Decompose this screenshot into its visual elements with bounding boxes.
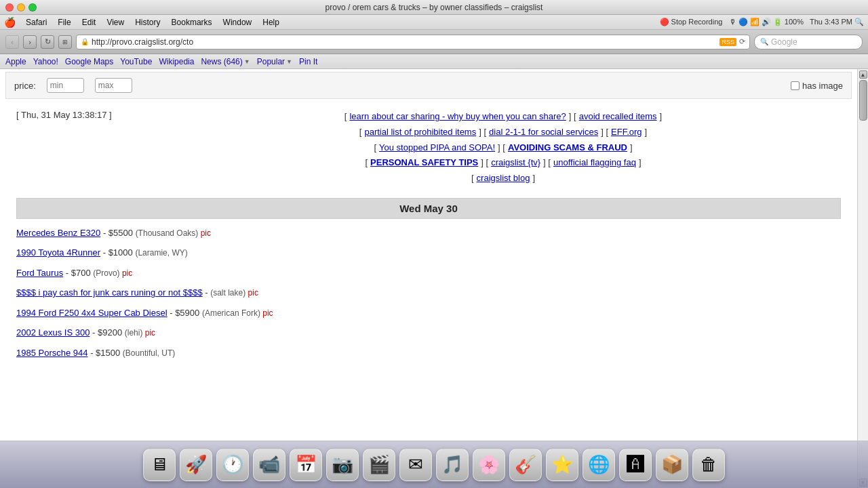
back-button[interactable]: ‹ bbox=[5, 35, 19, 49]
bookmark-popular[interactable]: Popular ▼ bbox=[257, 57, 292, 66]
bookmark-apple[interactable]: Apple bbox=[5, 57, 26, 66]
dock-mail[interactable]: ✉ bbox=[399, 449, 432, 481]
filters-section: price: has image bbox=[5, 72, 852, 99]
has-image-filter[interactable]: has image bbox=[791, 81, 843, 91]
url-bar[interactable]: 🔒 http://provo.craigslist.org/cto RSS ⟳ bbox=[76, 35, 750, 49]
menu-history[interactable]: History bbox=[130, 17, 165, 28]
dial-211-link[interactable]: dial 2-1-1 for social services bbox=[489, 125, 598, 140]
listing-location-4: (American Fork) bbox=[202, 308, 262, 318]
status-info: 🔴 Stop Recording 🎙 🔵 📶 🔊 🔋 100% Thu 3:43… bbox=[660, 18, 864, 26]
prohibited-items-link[interactable]: partial list of prohibited items bbox=[364, 125, 476, 140]
flagging-faq-link[interactable]: unofficial flagging faq bbox=[553, 156, 636, 170]
listing-pic-4[interactable]: pic bbox=[262, 308, 273, 318]
menu-bar-right: 🔴 Stop Recording 🎙 🔵 📶 🔊 🔋 100% Thu 3:43… bbox=[660, 18, 864, 26]
bookmark-pinit[interactable]: Pin It bbox=[299, 57, 317, 66]
menu-bookmarks[interactable]: Bookmarks bbox=[167, 17, 217, 28]
bookmark-googlemaps[interactable]: Google Maps bbox=[65, 57, 113, 66]
dock-quicktime[interactable]: 🎬 bbox=[363, 449, 395, 481]
reload-button[interactable]: ↻ bbox=[41, 35, 54, 49]
pipa-sopa-link[interactable]: You stopped PIPA and SOPA! bbox=[379, 141, 495, 155]
tabs-button[interactable]: ⊞ bbox=[58, 35, 72, 49]
traffic-lights bbox=[5, 3, 37, 12]
craigslist-blog-link[interactable]: craigslist blog bbox=[477, 171, 530, 186]
dock-iphoto[interactable]: 🌸 bbox=[473, 449, 505, 481]
bracket-close-3: ] bbox=[630, 141, 633, 155]
listing-pic-2[interactable]: pic bbox=[122, 268, 132, 278]
menu-file[interactable]: File bbox=[53, 17, 75, 28]
menu-safari[interactable]: Safari bbox=[21, 17, 52, 28]
popular-arrow-icon: ▼ bbox=[286, 58, 292, 65]
car-sharing-link[interactable]: learn about car sharing - why buy when y… bbox=[349, 110, 566, 124]
date-header: Wed May 30 bbox=[16, 198, 841, 219]
menu-help[interactable]: Help bbox=[258, 17, 284, 28]
link-row-3: [ You stopped PIPA and SOPA! ] [ AVOIDIN… bbox=[374, 141, 632, 155]
listing-title-3[interactable]: $$$$ i pay cash for junk cars runing or … bbox=[16, 287, 203, 298]
dock: 🖥 🚀 🕐 📹 📅 📷 🎬 ✉ 🎵 🌸 🎸 ⭐ 🌐 🅰 📦 🗑 bbox=[0, 441, 868, 488]
personal-safety-link[interactable]: PERSONAL SAFETY TIPS bbox=[370, 156, 478, 170]
dock-launchpad[interactable]: 🚀 bbox=[180, 449, 212, 481]
forward-button[interactable]: › bbox=[23, 35, 37, 49]
dock-stacks[interactable]: 📦 bbox=[656, 449, 688, 481]
has-image-checkbox[interactable] bbox=[791, 81, 800, 90]
listing-pic-3[interactable]: pic bbox=[248, 288, 258, 298]
avoid-recalled-link[interactable]: avoid recalled items bbox=[579, 110, 657, 124]
bracket-open-1: [ bbox=[344, 110, 347, 124]
listing-pic-5[interactable]: pic bbox=[145, 328, 155, 338]
url-text: http://provo.craigslist.org/cto bbox=[92, 37, 717, 47]
dock-clock[interactable]: 🕐 bbox=[216, 449, 249, 481]
craigslist-tv-link[interactable]: craigslist {tv} bbox=[491, 156, 540, 170]
eff-link[interactable]: EFF.org bbox=[611, 125, 642, 140]
dock-appstore[interactable]: 🅰 bbox=[619, 449, 652, 481]
menu-bar: 🍎 Safari File Edit View History Bookmark… bbox=[0, 15, 868, 30]
has-image-text: has image bbox=[802, 81, 843, 91]
close-button[interactable] bbox=[5, 3, 14, 12]
scrollbar[interactable]: ▲ ▼ bbox=[857, 69, 868, 488]
date-line: [ Thu, 31 May 13:38:17 ] [ learn about c… bbox=[16, 110, 841, 186]
dock-itunes[interactable]: 🎵 bbox=[436, 449, 469, 481]
listing-title-6[interactable]: 1985 Porsche 944 bbox=[16, 348, 88, 358]
price-min-input[interactable] bbox=[47, 78, 84, 93]
search-bar[interactable]: 🔍 Google bbox=[754, 35, 863, 49]
dock-calendar[interactable]: 📅 bbox=[290, 449, 322, 481]
price-max-input[interactable] bbox=[95, 78, 132, 93]
listing-title-5[interactable]: 2002 Lexus IS 300 bbox=[16, 327, 90, 338]
bracket-sep-4a: ] [ bbox=[481, 156, 488, 170]
listing-title-4[interactable]: 1994 Ford F250 4x4 Super Cab Diesel bbox=[16, 308, 167, 318]
toolbar: ‹ › ↻ ⊞ 🔒 http://provo.craigslist.org/ct… bbox=[0, 30, 868, 54]
listing-title-0[interactable]: Mercedes Benz E320 bbox=[16, 228, 100, 238]
bookmark-wikipedia[interactable]: Wikipedia bbox=[159, 57, 194, 66]
menu-edit[interactable]: Edit bbox=[77, 17, 101, 28]
listing-location-0: (Thousand Oaks) bbox=[136, 228, 201, 238]
apple-menu[interactable]: 🍎 bbox=[4, 17, 16, 28]
bookmark-news[interactable]: News (646) ▼ bbox=[201, 57, 250, 66]
listing-pic-0[interactable]: pic bbox=[201, 228, 211, 238]
rss-badge[interactable]: RSS bbox=[719, 38, 736, 46]
link-row-4: [ PERSONAL SAFETY TIPS ] [ craigslist {t… bbox=[365, 156, 641, 170]
minimize-button[interactable] bbox=[17, 3, 25, 12]
dock-facetime[interactable]: 📹 bbox=[253, 449, 285, 481]
maximize-button[interactable] bbox=[28, 3, 37, 12]
listing-title-1[interactable]: 1990 Toyota 4Runner bbox=[16, 247, 100, 258]
bracket-open-5: [ bbox=[471, 171, 474, 186]
menu-view[interactable]: View bbox=[102, 17, 129, 28]
menu-window[interactable]: Window bbox=[218, 17, 257, 28]
dock-safari[interactable]: 🌐 bbox=[583, 449, 615, 481]
avoiding-scams-link[interactable]: AVOIDING SCAMS & FRAUD bbox=[508, 141, 627, 155]
dock-photos[interactable]: 📷 bbox=[326, 449, 359, 481]
bookmark-youtube[interactable]: YouTube bbox=[120, 57, 152, 66]
bracket-sep-2b: ] [ bbox=[601, 125, 608, 140]
dock-reeder[interactable]: ⭐ bbox=[546, 449, 578, 481]
dock-finder[interactable]: 🖥 bbox=[143, 449, 176, 481]
refresh-icon[interactable]: ⟳ bbox=[739, 37, 745, 46]
dock-garageband[interactable]: 🎸 bbox=[509, 449, 542, 481]
listing-title-2[interactable]: Ford Taurus bbox=[16, 268, 63, 278]
browser-content: price: has image [ Thu, 31 May 13:38:17 … bbox=[0, 69, 868, 488]
listing-price-5: - $9200 bbox=[92, 327, 125, 338]
bookmark-yahoo[interactable]: Yahoo! bbox=[33, 57, 58, 66]
bracket-open-3: [ bbox=[374, 141, 376, 155]
scroll-thumb[interactable] bbox=[859, 80, 867, 121]
scroll-up-button[interactable]: ▲ bbox=[859, 70, 867, 79]
bracket-close-2: ] bbox=[645, 125, 648, 140]
listing-row-1: 1990 Toyota 4Runner - $1000 (Laramie, WY… bbox=[16, 243, 841, 263]
dock-trash[interactable]: 🗑 bbox=[692, 449, 725, 481]
